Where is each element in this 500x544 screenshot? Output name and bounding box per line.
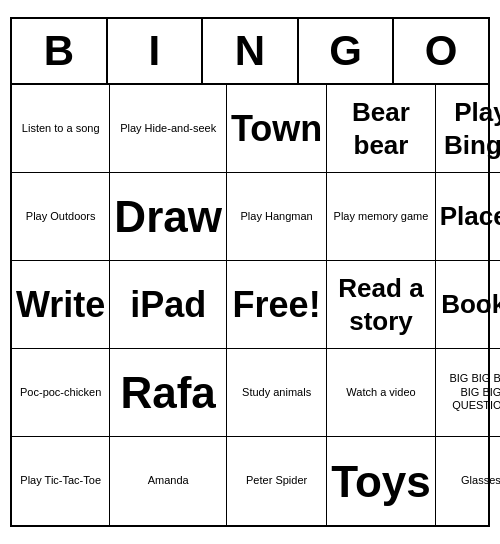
header-letter-n: N — [203, 19, 299, 83]
bingo-header: BINGO — [12, 19, 488, 85]
bingo-cell-25: Glasses — [436, 437, 500, 525]
bingo-cell-4: Bear bear — [327, 85, 435, 173]
cell-text-12: iPad — [130, 282, 206, 327]
cell-text-19: Watch a video — [346, 386, 415, 400]
cell-text-20: BIG BIG BIG BIG BIG QUESTION — [440, 372, 500, 413]
header-letter-b: B — [12, 19, 108, 83]
bingo-grid: Listen to a songPlay Hide-and-seekTownBe… — [12, 85, 488, 525]
cell-text-7: Draw — [114, 189, 222, 244]
bingo-cell-11: Write — [12, 261, 110, 349]
cell-text-22: Amanda — [148, 474, 189, 488]
bingo-cell-21: Play Tic-Tac-Toe — [12, 437, 110, 525]
cell-text-4: Bear bear — [331, 96, 430, 161]
cell-text-6: Play Outdoors — [26, 210, 96, 224]
bingo-cell-14: Read a story — [327, 261, 435, 349]
bingo-cell-1: Listen to a song — [12, 85, 110, 173]
cell-text-16: Poc-poc-chicken — [20, 386, 101, 400]
bingo-cell-7: Draw — [110, 173, 227, 261]
cell-text-23: Peter Spider — [246, 474, 307, 488]
cell-text-14: Read a story — [331, 272, 430, 337]
cell-text-17: Rafa — [120, 365, 215, 420]
bingo-cell-3: Town — [227, 85, 327, 173]
bingo-cell-9: Play memory game — [327, 173, 435, 261]
cell-text-15: Books — [441, 288, 500, 321]
cell-text-3: Town — [231, 106, 322, 151]
cell-text-8: Play Hangman — [241, 210, 313, 224]
bingo-cell-24: Toys — [327, 437, 435, 525]
header-letter-o: O — [394, 19, 488, 83]
bingo-cell-6: Play Outdoors — [12, 173, 110, 261]
bingo-cell-5: Play Bingo — [436, 85, 500, 173]
cell-text-25: Glasses — [461, 474, 500, 488]
bingo-card: BINGO Listen to a songPlay Hide-and-seek… — [10, 17, 490, 527]
bingo-cell-12: iPad — [110, 261, 227, 349]
cell-text-1: Listen to a song — [22, 122, 100, 136]
bingo-cell-19: Watch a video — [327, 349, 435, 437]
bingo-cell-15: Books — [436, 261, 500, 349]
header-letter-g: G — [299, 19, 395, 83]
cell-text-24: Toys — [331, 454, 430, 509]
bingo-cell-10: Places — [436, 173, 500, 261]
cell-text-18: Study animals — [242, 386, 311, 400]
cell-text-10: Places — [440, 200, 500, 233]
header-letter-i: I — [108, 19, 204, 83]
bingo-cell-16: Poc-poc-chicken — [12, 349, 110, 437]
bingo-cell-8: Play Hangman — [227, 173, 327, 261]
bingo-cell-23: Peter Spider — [227, 437, 327, 525]
cell-text-9: Play memory game — [334, 210, 429, 224]
cell-text-11: Write — [16, 282, 105, 327]
bingo-cell-13: Free! — [227, 261, 327, 349]
bingo-cell-18: Study animals — [227, 349, 327, 437]
bingo-cell-22: Amanda — [110, 437, 227, 525]
bingo-cell-20: BIG BIG BIG BIG BIG QUESTION — [436, 349, 500, 437]
cell-text-2: Play Hide-and-seek — [120, 122, 216, 136]
bingo-cell-2: Play Hide-and-seek — [110, 85, 227, 173]
bingo-cell-17: Rafa — [110, 349, 227, 437]
cell-text-13: Free! — [233, 282, 321, 327]
cell-text-5: Play Bingo — [440, 96, 500, 161]
cell-text-21: Play Tic-Tac-Toe — [20, 474, 101, 488]
